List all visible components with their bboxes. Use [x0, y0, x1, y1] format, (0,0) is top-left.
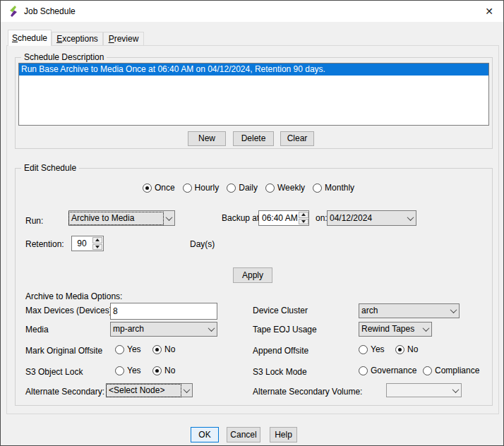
s3-lock-mode-compliance[interactable]: Compliance [423, 366, 479, 375]
date-dropdown[interactable]: 04/12/2024 [327, 210, 416, 226]
tape-eoj-label: Tape EOJ Usage [253, 325, 317, 334]
backup-at-label: Backup at: [222, 213, 262, 223]
backup-time-value: 06:40 AM [259, 211, 298, 225]
device-cluster-dropdown[interactable]: arch [359, 303, 460, 318]
date-dropdown-value: 04/12/2024 [328, 212, 404, 224]
no-label: No [164, 344, 175, 354]
window-title: Job Schedule [24, 1, 76, 22]
delete-button[interactable]: Delete [233, 131, 274, 146]
retention-value: 90 [72, 236, 92, 251]
governance-label: Governance [371, 366, 416, 375]
mark-original-offsite-label: Mark Original Offsite [25, 346, 102, 356]
run-label: Run: [25, 216, 43, 226]
tab-preview-accel: P [109, 34, 114, 44]
arrow-down-icon [301, 220, 306, 223]
s3-lock-mode-governance[interactable]: Governance [359, 366, 416, 375]
apply-button[interactable]: Apply [233, 267, 272, 283]
tape-eoj-dropdown[interactable]: Rewind Tapes [359, 322, 432, 337]
alt-secondary-dropdown[interactable]: <Select Node> [106, 383, 193, 397]
s3-object-lock-yes-icon [115, 366, 124, 375]
s3-object-lock-yes[interactable]: Yes [115, 366, 141, 375]
run-dropdown-value: Archive to Media [69, 212, 163, 224]
ok-button[interactable]: OK [191, 427, 219, 442]
time-spin-up-button[interactable] [299, 212, 308, 218]
retention-spin-down-button[interactable] [92, 244, 102, 251]
radio-daily-label: Daily [239, 183, 258, 193]
help-button[interactable]: Help [270, 427, 297, 442]
time-spin-down-button[interactable] [299, 219, 308, 225]
chevron-down-icon [420, 327, 431, 332]
s3-lock-mode-governance-icon [359, 366, 368, 375]
job-schedule-dialog: Job Schedule ✕ Schedule Exceptions Previ… [0, 0, 504, 446]
clear-button[interactable]: Clear [280, 131, 314, 146]
append-offsite-label: Append Offsite [253, 346, 308, 356]
tab-exceptions-label: xceptions [62, 34, 98, 44]
radio-weekly[interactable]: Weekly [265, 183, 305, 193]
append-offsite-no[interactable]: No [395, 344, 418, 354]
device-cluster-label: Device Cluster [253, 306, 308, 315]
yes-label: Yes [127, 366, 141, 375]
no-label: No [407, 344, 418, 354]
backup-time-spinner[interactable]: 06:40 AM [258, 210, 309, 226]
s3-object-lock-label: S3 Object Lock [25, 367, 83, 377]
max-devices-label: Max Devices (Devices) [25, 306, 112, 315]
tab-schedule[interactable]: Schedule [8, 30, 52, 46]
cancel-button[interactable]: Cancel [227, 427, 260, 442]
retention-unit-label: Day(s) [190, 239, 215, 249]
radio-monthly-icon [313, 183, 322, 193]
s3-object-lock-no[interactable]: No [152, 366, 175, 375]
radio-daily[interactable]: Daily [227, 183, 258, 193]
tab-exceptions-accel: E [56, 34, 62, 44]
retention-spin-buttons [92, 236, 103, 251]
radio-weekly-icon [265, 183, 275, 193]
device-cluster-value: arch [359, 305, 448, 317]
tape-eoj-value: Rewind Tapes [359, 323, 420, 335]
chevron-down-icon [181, 388, 192, 393]
title-bar: Job Schedule ✕ [1, 1, 503, 22]
schedule-description-list[interactable]: Run Base Archive to Media Once at 06:40 … [18, 63, 489, 126]
alt-secondary-label: Alternate Secondary: [25, 387, 104, 397]
mark-original-offsite-no[interactable]: No [152, 344, 175, 354]
app-logo-icon [8, 6, 19, 17]
alt-secondary-value: <Select Node> [107, 385, 181, 397]
mark-original-offsite-yes-icon [115, 345, 124, 354]
max-devices-input[interactable] [110, 303, 217, 320]
run-dropdown[interactable]: Archive to Media [68, 210, 175, 226]
yes-label: Yes [127, 344, 141, 354]
chevron-down-icon [450, 388, 461, 393]
new-button[interactable]: New [188, 131, 226, 146]
media-value: mp-arch [111, 323, 205, 335]
tab-preview[interactable]: Preview [103, 32, 144, 46]
frequency-radio-group: Once Hourly Daily Weekly Monthly [1, 183, 503, 193]
append-offsite-yes[interactable]: Yes [359, 344, 385, 354]
radio-once-label: Once [155, 183, 175, 193]
no-label: No [164, 366, 175, 375]
mark-original-offsite-yes[interactable]: Yes [115, 344, 141, 354]
backup-time-spin-buttons [298, 211, 309, 225]
radio-hourly[interactable]: Hourly [183, 183, 220, 193]
yes-label: Yes [371, 344, 385, 354]
retention-label: Retention: [25, 239, 64, 249]
media-dropdown[interactable]: mp-arch [110, 322, 217, 337]
s3-object-lock-no-icon [152, 366, 162, 375]
tab-exceptions[interactable]: Exceptions [52, 32, 103, 46]
schedule-description-group-label: Schedule Description [21, 52, 107, 62]
radio-once[interactable]: Once [143, 183, 175, 193]
edit-schedule-group-label: Edit Schedule [21, 163, 79, 173]
s3-lock-mode-label: S3 Lock Mode [253, 367, 307, 377]
close-icon[interactable]: ✕ [475, 1, 503, 22]
mark-original-offsite-no-icon [152, 345, 162, 354]
radio-weekly-label: Weekly [277, 183, 305, 193]
radio-monthly[interactable]: Monthly [313, 183, 354, 193]
alt-secondary-volume-dropdown[interactable] [386, 383, 462, 397]
tab-schedule-accel: S [12, 33, 18, 43]
retention-spin-up-button[interactable] [92, 237, 102, 243]
schedule-list-item-selected[interactable]: Run Base Archive to Media Once at 06:40 … [19, 64, 488, 76]
chevron-down-icon [205, 327, 217, 332]
append-offsite-yes-icon [359, 345, 368, 354]
s3-lock-mode-compliance-icon [423, 366, 432, 375]
options-heading: Archive to Media Options: [25, 291, 122, 301]
alt-secondary-volume-value [387, 390, 450, 391]
on-label: on: [316, 213, 328, 223]
retention-spinner[interactable]: 90 [71, 236, 104, 251]
